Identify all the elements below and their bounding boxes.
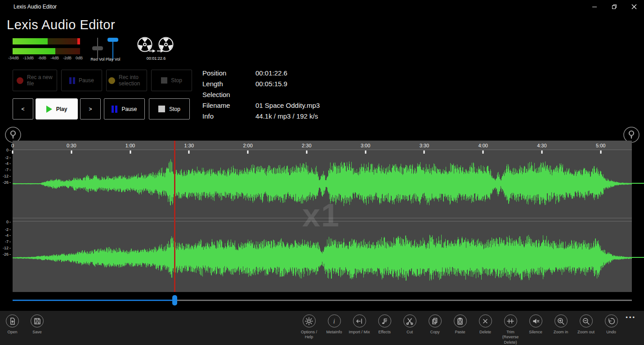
vu-scale-label: -2dB (63, 56, 72, 60)
music-note-icon (380, 317, 389, 326)
db-scale-label: -4 (5, 161, 11, 166)
record-controls: Rec a new file Pause Rec into selection … (13, 70, 192, 91)
toolbar-label: Import / Mix (349, 330, 370, 335)
toolbar-copy-button[interactable]: Copy (422, 314, 447, 345)
lexis-audio-editor-window: Lexis Audio Editor Lexis Audio Editor (0, 0, 644, 345)
toolbar-delete-button[interactable]: Delete (473, 314, 498, 345)
toolbar-trim-reverse-delete-button[interactable]: Trim (Reverse Delete) (498, 314, 523, 345)
toolbar-metainfo-button[interactable]: i MetaInfo (322, 314, 347, 345)
info-value: 00:01:22.6 (255, 69, 287, 77)
vu-level-right (13, 48, 55, 54)
db-scale-label: -2 (5, 155, 11, 160)
close-icon (631, 4, 637, 9)
db-scale-label: -26 (3, 252, 11, 257)
button-label: Pause (79, 77, 94, 84)
stop-button[interactable]: Stop (149, 98, 190, 119)
toolbar-label: Cut (407, 330, 413, 335)
db-scale-left-channel: 0-2-4-7-12-26 (0, 148, 11, 184)
toolbar-label: Paste (455, 330, 465, 335)
position-scrollbar-thumb[interactable] (172, 295, 177, 305)
record-circle-icon (108, 77, 115, 84)
button-label: < (21, 106, 24, 112)
vu-meter-bar-right (13, 48, 80, 54)
stop-square-icon (158, 106, 165, 112)
toolbar-effects-button[interactable]: Effects (372, 314, 397, 345)
play-triangle-icon (46, 106, 52, 113)
toolbar-save-button[interactable]: Save (25, 314, 49, 335)
toolbar-icon-circle (429, 314, 442, 327)
step-forward-button[interactable]: > (80, 98, 101, 119)
more-options-button[interactable]: ••• (623, 314, 639, 321)
toolbar-paste-button[interactable]: Paste (447, 314, 473, 345)
toolbar-icon-circle (378, 314, 391, 327)
time-ruler-tick (71, 150, 72, 154)
button-label: Rec a new file (27, 74, 53, 87)
vu-scale-label: 0dB (76, 56, 83, 60)
db-scale-right-channel: 0-2-4-7-12-26 (0, 220, 11, 258)
restore-button[interactable] (604, 0, 624, 13)
toolbar-label: Copy (430, 330, 439, 335)
time-ruler-tick (365, 150, 366, 154)
toolbar-zoom-in-button[interactable]: Zoom in (548, 314, 573, 345)
toolbar-icon-circle (580, 314, 593, 327)
toolbar-icon-circle (353, 314, 366, 327)
toolbar-import-mix-button[interactable]: Import / Mix (347, 314, 372, 345)
toolbar-options-help-button[interactable]: Options / Help (296, 314, 322, 345)
waveform-baseline-tail (632, 183, 644, 184)
copy-pages-icon (430, 317, 439, 326)
play-volume-handle[interactable] (107, 38, 118, 42)
import-arrow-icon (355, 317, 364, 326)
toolbar-zoom-out-button[interactable]: Zoom out (573, 314, 599, 345)
vu-scale: -34dB-13dB-8dB-4dB-2dB0dB (8, 56, 83, 60)
vu-scale-label: -8dB (38, 56, 46, 60)
info-row-selection: Selection (202, 89, 320, 100)
toolbar-open-button[interactable]: Open (0, 314, 25, 335)
info-label: Info (202, 112, 255, 120)
toolbar-icon-circle (529, 314, 542, 327)
position-scrollbar[interactable] (13, 300, 632, 301)
pause-bars-icon (112, 106, 117, 113)
pause-button[interactable]: Pause (61, 70, 102, 91)
gear-icon (304, 317, 313, 326)
time-ruler-label: 0 (11, 143, 14, 148)
db-scale-label: 0 (6, 148, 11, 152)
time-ruler-tick (247, 150, 249, 154)
playhead-cursor (174, 141, 175, 292)
toolbar-icon-circle (6, 314, 19, 327)
vu-meter-bar-left (13, 38, 80, 44)
timeline-ruler[interactable]: 00:301:001:302:002:303:003:304:004:305:0… (13, 141, 632, 150)
time-ruler-tick (188, 150, 190, 154)
open-icon (8, 317, 17, 326)
info-value: 44.1k / mp3 / 192 k/s (255, 112, 318, 120)
restore-icon (612, 4, 617, 9)
rec-into-selection-button[interactable]: Rec into selection (106, 70, 147, 91)
toolbar-icon-circle (555, 314, 568, 327)
button-label: Stop (169, 106, 180, 112)
info-row-filename: Filename 01 Space Oddity.mp3 (202, 100, 320, 111)
toolbar-label: Zoom in (554, 330, 568, 335)
toolbar-cut-button[interactable]: Cut (397, 314, 422, 345)
window-title: Lexis Audio Editor (13, 4, 57, 10)
rec-a-new-file-button[interactable]: Rec a new file (13, 70, 57, 91)
rec-volume-handle[interactable] (92, 46, 103, 50)
toolbar-silence-button[interactable]: Silence (523, 314, 548, 345)
play-volume-label: Play Vol (103, 57, 123, 62)
info-label: Length (202, 80, 255, 88)
vu-meter (13, 38, 80, 58)
toolbar-label: Effects (378, 330, 390, 335)
step-back-button[interactable]: < (13, 98, 33, 119)
toolbar-icon-circle (303, 314, 316, 327)
toolbar-undo-button[interactable]: Undo (599, 314, 624, 345)
db-scale-label: -4 (5, 233, 11, 238)
stop-button[interactable]: Stop (151, 70, 192, 91)
pause-button[interactable]: Pause (104, 98, 145, 119)
minimize-icon (592, 4, 597, 9)
clipboard-icon (456, 317, 465, 326)
close-button[interactable] (624, 0, 644, 13)
info-row-length: Length 00:05:15.9 (202, 78, 320, 89)
minimize-button[interactable] (585, 0, 604, 13)
info-value: 01 Space Oddity.mp3 (255, 102, 320, 109)
scissors-icon (405, 317, 414, 326)
play-button[interactable]: Play (36, 98, 78, 119)
time-ruler-tick (12, 150, 13, 154)
